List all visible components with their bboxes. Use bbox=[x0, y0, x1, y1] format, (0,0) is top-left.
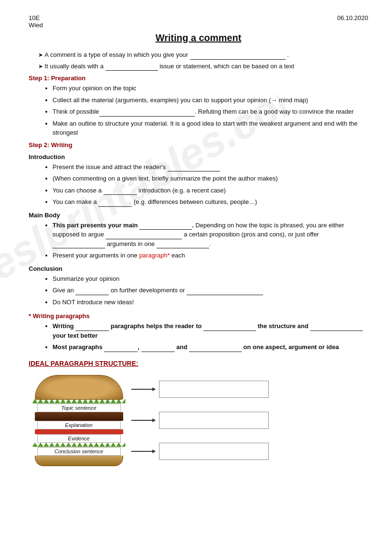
ideal-paragraph-section: IDEAL PARAGRAPH STRUCTURE: Topic sentenc… bbox=[29, 360, 368, 467]
intro-bullet-1: Present the issue and attract the reader… bbox=[53, 162, 368, 172]
page-title: Writing a comment bbox=[29, 32, 368, 43]
blank-3 bbox=[99, 110, 195, 117]
date-label: 06.10.2020 bbox=[337, 14, 368, 29]
patty bbox=[35, 412, 123, 421]
blank-14 bbox=[203, 324, 256, 331]
mainbody-bullet-1: This part presents your main . Depending… bbox=[53, 221, 368, 249]
arrow-conclusion-sent bbox=[131, 451, 155, 452]
paragraph-ref: paragraph* bbox=[139, 252, 170, 259]
wp-bullet-1: Writing paragraphs helps the reader to t… bbox=[53, 321, 368, 340]
conclusion-bullet-3: Do NOT introduce new ideas! bbox=[53, 298, 368, 307]
burger-diagram: Topic sentence Explanation Evidence Conc… bbox=[29, 374, 368, 467]
step1-bullet-2: Collect all the material (arguments, exa… bbox=[53, 96, 368, 105]
mainbody-heading: Main Body bbox=[29, 212, 368, 219]
writing-paragraphs-bullets: Writing paragraphs helps the reader to t… bbox=[29, 321, 368, 352]
conclusion-sentence-label: Conclusion sentence bbox=[37, 447, 121, 456]
topic-sentence-label: Topic sentence bbox=[37, 404, 121, 412]
arrow-explanation bbox=[131, 420, 155, 421]
conclusion-bullet-2: Give an on further developments or bbox=[53, 286, 368, 295]
bun-top bbox=[35, 375, 123, 400]
arrow-box-explanation bbox=[131, 412, 269, 429]
blank-13 bbox=[75, 324, 109, 331]
blank-1 bbox=[190, 53, 286, 60]
box-explanation bbox=[159, 412, 269, 429]
box-topic bbox=[159, 381, 269, 398]
explanation-label: Explanation bbox=[37, 421, 121, 429]
writing-paragraphs-section: * Writing paragraphs Writing paragraphs … bbox=[29, 312, 368, 352]
tomato bbox=[35, 429, 123, 434]
blank-5 bbox=[104, 188, 137, 195]
intro-item-2: It usually deals with a issue or stateme… bbox=[38, 62, 368, 71]
conclusion-bullet-1: Summarize your opinion bbox=[53, 274, 368, 284]
arrow-box-conclusion-sent bbox=[131, 443, 269, 460]
step1-heading: Step 1: Preparation bbox=[29, 75, 368, 82]
introduction-heading: Introduction bbox=[29, 153, 368, 160]
writing-paragraphs-heading: * Writing paragraphs bbox=[29, 312, 368, 320]
intro-bullet-4: You can make a (e.g. differences between… bbox=[53, 197, 368, 207]
day-label: Wied bbox=[29, 21, 43, 29]
class-label: 10E bbox=[29, 14, 43, 21]
step1-bullets: Form your opinion on the topic Collect a… bbox=[29, 84, 368, 138]
conclusion-bullets: Summarize your opinion Give an on furthe… bbox=[29, 274, 368, 307]
burger-visual: Topic sentence Explanation Evidence Conc… bbox=[29, 374, 129, 467]
step2-heading: Step 2: Writing bbox=[29, 141, 368, 149]
intro-list: A comment is a type of essay in which yo… bbox=[29, 50, 368, 71]
arrow-boxes-container bbox=[131, 374, 269, 467]
blank-7 bbox=[139, 223, 192, 230]
blank-17 bbox=[141, 345, 175, 352]
intro-bullet-2: (When commenting on a given text, briefl… bbox=[53, 174, 368, 183]
arrow-line-explanation bbox=[131, 420, 155, 421]
ideal-paragraph-heading: IDEAL PARAGRAPH STRUCTURE: bbox=[29, 360, 368, 367]
header: 10E Wied 06.10.2020 bbox=[29, 14, 368, 29]
intro-item-1: A comment is a type of essay in which yo… bbox=[38, 50, 368, 60]
blank-16 bbox=[104, 345, 138, 352]
intro-bullet-3: You can choose a introduction (e.g. a re… bbox=[53, 186, 368, 195]
conclusion-heading: Conclusion bbox=[29, 265, 368, 272]
blank-9 bbox=[53, 242, 105, 248]
bun-bottom bbox=[35, 456, 123, 466]
arrow-line-topic bbox=[131, 389, 155, 390]
blank-2 bbox=[106, 64, 158, 71]
step1-bullet-4: Make an outline to structure your materi… bbox=[53, 119, 368, 138]
blank-10 bbox=[157, 242, 209, 248]
arrow-line-conclusion-sent bbox=[131, 451, 155, 452]
wp-bullet-2: Most paragraphs , and on one aspect, arg… bbox=[53, 342, 368, 352]
box-conclusion-sent bbox=[159, 443, 269, 460]
evidence-label: Evidence bbox=[37, 434, 121, 443]
arrow-box-topic bbox=[131, 381, 269, 398]
blank-18 bbox=[189, 345, 242, 352]
class-info: 10E Wied bbox=[29, 14, 43, 29]
blank-11 bbox=[75, 288, 109, 295]
mainbody-bullet-2: Present your arguments in one paragraph*… bbox=[53, 251, 368, 260]
blank-6 bbox=[98, 200, 132, 207]
mainbody-bullets: This part presents your main . Depending… bbox=[29, 221, 368, 260]
blank-4 bbox=[168, 165, 220, 171]
step1-bullet-3: Think of possible. Refuting them can be … bbox=[53, 107, 368, 117]
blank-12 bbox=[187, 288, 263, 295]
blank-15 bbox=[310, 324, 363, 331]
blank-8 bbox=[106, 233, 182, 239]
introduction-bullets: Present the issue and attract the reader… bbox=[29, 162, 368, 207]
arrow-topic bbox=[131, 389, 155, 390]
lettuce-bottom bbox=[32, 443, 126, 447]
step1-bullet-1: Form your opinion on the topic bbox=[53, 84, 368, 93]
